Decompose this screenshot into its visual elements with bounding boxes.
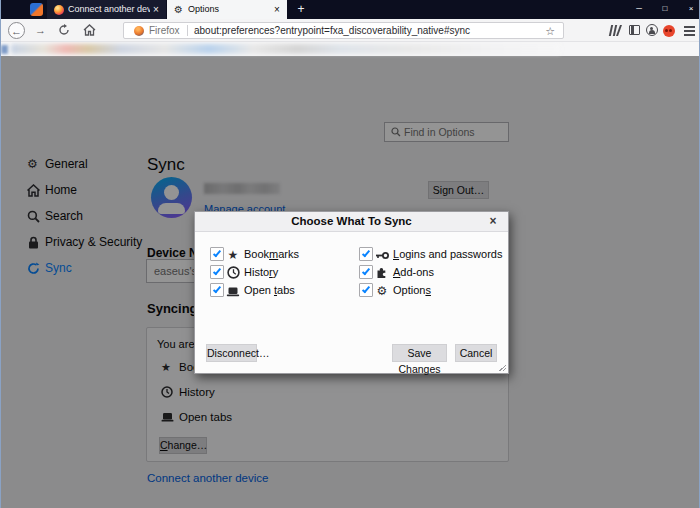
options-checkbox[interactable] [359, 283, 373, 297]
home-icon[interactable] [81, 22, 98, 39]
checkbox-label: History [244, 265, 278, 280]
reload-icon[interactable] [55, 22, 72, 39]
star-icon: ★ [226, 248, 240, 262]
check-icon [213, 267, 221, 276]
bookmark-item-redacted[interactable] [1, 45, 8, 54]
bookmarks-checkbox[interactable] [210, 247, 224, 261]
firefox-badge-icon [134, 26, 144, 36]
titlebar: Connect another device × ⚙ Options × + ─… [1, 0, 700, 19]
menu-icon[interactable] [682, 23, 698, 38]
url-bar[interactable]: Firefox about:preferences?entrypoint=fxa… [123, 22, 564, 39]
check-icon [213, 285, 221, 294]
tab-label: Connect another device [68, 0, 150, 19]
cancel-button[interactable]: Cancel [455, 344, 497, 362]
checkbox-label: Open tabs [244, 283, 295, 298]
clock-icon [226, 266, 240, 280]
library-icon[interactable] [608, 23, 624, 38]
pinned-extension-icon[interactable] [30, 3, 43, 16]
firefox-favicon [54, 5, 64, 15]
bookmarks-redacted-strip[interactable] [11, 44, 561, 54]
close-icon[interactable]: × [486, 212, 500, 231]
window-minimize-button[interactable]: ─ [627, 0, 651, 17]
url-badge-label: Firefox [149, 23, 180, 38]
bookmark-star-icon[interactable]: ☆ [545, 23, 555, 39]
checkbox-label: Options [393, 283, 431, 298]
window-maximize-button[interactable]: □ [653, 0, 677, 17]
checkbox-label: Bookmarks [244, 247, 299, 262]
tab-connect-another-device[interactable]: Connect another device × [47, 0, 166, 19]
tabs-icon [226, 284, 240, 298]
key-icon [375, 248, 389, 262]
tab-close-icon[interactable]: × [271, 0, 283, 19]
checkbox-label: Add-ons [393, 265, 434, 280]
disconnect-button[interactable]: Disconnect… [206, 344, 257, 362]
addons-checkbox[interactable] [359, 265, 373, 279]
sidebar-toggle-icon[interactable] [627, 23, 643, 38]
logins-checkbox[interactable] [359, 247, 373, 261]
dialog-title: Choose What To Sync [195, 212, 508, 231]
tab-label: Options [188, 0, 271, 19]
check-icon [362, 285, 370, 294]
history-checkbox[interactable] [210, 265, 224, 279]
check-icon [362, 249, 370, 258]
nav-toolbar: ← → Firefox about:preferences?entrypoint… [1, 19, 700, 42]
tab-close-icon[interactable]: × [150, 0, 162, 19]
account-icon[interactable] [645, 23, 661, 38]
bookmarks-toolbar [1, 42, 700, 56]
url-separator [187, 25, 188, 36]
extension-icon[interactable] [662, 23, 678, 38]
gear-favicon: ⚙ [174, 5, 184, 15]
check-icon [213, 249, 221, 258]
check-icon [362, 267, 370, 276]
resize-grip[interactable] [499, 364, 506, 371]
choose-what-to-sync-dialog: Choose What To Sync × ★ Bookmarks Histor… [194, 211, 509, 374]
forward-button[interactable]: → [32, 22, 49, 39]
save-changes-button[interactable]: Save Changes [392, 344, 447, 362]
checkbox-label: Logins and passwords [393, 247, 502, 262]
window-close-button[interactable]: × [679, 0, 700, 17]
dialog-header: Choose What To Sync × [195, 212, 508, 232]
gear-icon: ⚙ [375, 284, 389, 298]
firefox-window: Connect another device × ⚙ Options × + ─… [0, 0, 700, 508]
puzzle-icon [375, 266, 389, 280]
tab-options[interactable]: ⚙ Options × [167, 0, 287, 19]
url-text[interactable]: about:preferences?entrypoint=fxa_discove… [194, 23, 470, 39]
open-tabs-checkbox[interactable] [210, 283, 224, 297]
new-tab-button[interactable]: + [293, 0, 309, 19]
back-button[interactable]: ← [8, 22, 25, 39]
